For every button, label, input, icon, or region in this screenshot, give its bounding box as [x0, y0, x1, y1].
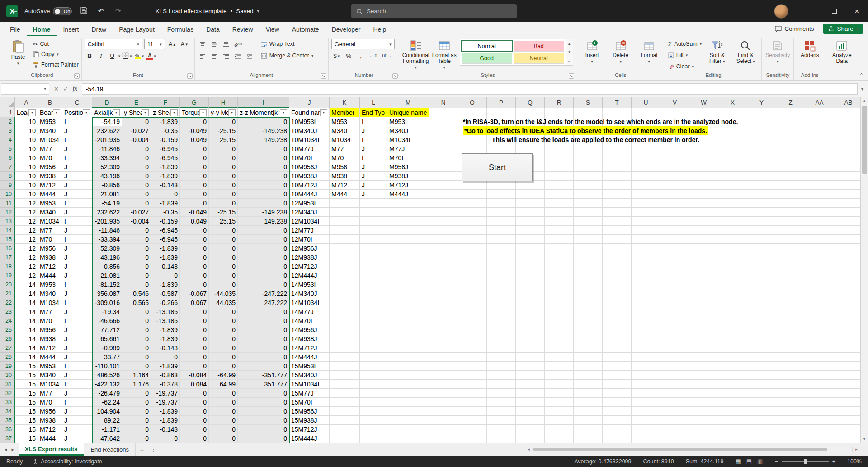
cell-C7[interactable]: J [62, 162, 92, 172]
cell-C37[interactable]: J [62, 434, 92, 443]
cell-AA29[interactable] [805, 362, 834, 371]
cell-J16[interactable]: 12M956J [289, 244, 330, 253]
cell-I11[interactable]: 0 [238, 199, 289, 208]
cell-U27[interactable] [632, 343, 660, 353]
cell-B6[interactable]: M70 [38, 153, 62, 162]
cell-B4[interactable]: M1034 [38, 135, 62, 144]
cell-N30[interactable] [429, 371, 458, 380]
cell-A6[interactable]: 10 [15, 153, 38, 162]
cell-T22[interactable] [603, 298, 632, 307]
cell-Y26[interactable] [747, 334, 776, 343]
cell-AA34[interactable] [805, 407, 834, 416]
cell-A26[interactable]: 14 [15, 334, 38, 343]
cell-J35[interactable]: 15M938J [289, 416, 330, 425]
cell-G19[interactable]: 0 [180, 271, 209, 280]
cell-J9[interactable]: 10M712J [289, 181, 330, 190]
cell-L12[interactable] [360, 208, 387, 217]
cell-X34[interactable] [718, 407, 747, 416]
cell-U26[interactable] [632, 334, 660, 343]
cell-G2[interactable]: 0 [180, 117, 209, 126]
cell-K13[interactable] [330, 217, 360, 226]
cell-E27[interactable]: 0 [122, 343, 151, 353]
cell-F17[interactable]: -1.839 [151, 253, 180, 262]
cell-I19[interactable]: 0 [238, 271, 289, 280]
cell-AB24[interactable] [834, 316, 860, 325]
cell-P5[interactable] [487, 144, 516, 153]
row-header-37[interactable]: 37 [0, 434, 15, 443]
bold-button[interactable]: B [85, 51, 95, 61]
cell-J30[interactable]: 15M340J [289, 371, 330, 380]
cell-H37[interactable]: 0 [209, 434, 238, 443]
cell-J12[interactable]: 12M340J [289, 208, 330, 217]
cell-E14[interactable]: 0 [122, 226, 151, 235]
cell-T21[interactable] [603, 289, 632, 298]
cell-O25[interactable] [458, 325, 487, 334]
cell-Y15[interactable] [747, 235, 776, 244]
cell-U13[interactable] [632, 217, 660, 226]
cell-K25[interactable] [330, 325, 360, 334]
cell-G23[interactable]: 0 [180, 307, 209, 316]
cell-E20[interactable]: 0 [122, 280, 151, 289]
cell-D9[interactable]: -0.856 [92, 181, 122, 190]
cell-Z10[interactable] [776, 190, 805, 199]
cell-I30[interactable]: -351.777 [238, 371, 289, 380]
cell-AB16[interactable] [834, 244, 860, 253]
new-sheet-button[interactable]: + [136, 443, 148, 456]
cell-Y29[interactable] [747, 362, 776, 371]
cell-V1[interactable] [660, 108, 689, 117]
cell-Z17[interactable] [776, 253, 805, 262]
cell-I16[interactable]: 0 [238, 244, 289, 253]
cell-H12[interactable]: -25.15 [209, 208, 238, 217]
format-painter-button[interactable]: Format Painter [33, 60, 79, 70]
cell-R27[interactable] [545, 343, 574, 353]
cell-M35[interactable] [387, 416, 429, 425]
cell-J17[interactable]: 12M938J [289, 253, 330, 262]
cell-Y13[interactable] [747, 217, 776, 226]
cell-A13[interactable]: 12 [15, 217, 38, 226]
zoom-out-icon[interactable]: − [774, 458, 778, 465]
cell-D24[interactable]: -46.666 [92, 316, 122, 325]
vertical-scroll-thumb[interactable] [862, 106, 867, 174]
cell-F34[interactable]: -1.839 [151, 407, 180, 416]
cell-X12[interactable] [718, 208, 747, 217]
cell-N12[interactable] [429, 208, 458, 217]
cell-X29[interactable] [718, 362, 747, 371]
cell-J8[interactable]: 10M938J [289, 172, 330, 181]
cell-H31[interactable]: 64.99 [209, 380, 238, 389]
column-header-S[interactable]: S [574, 97, 603, 108]
cell-N32[interactable] [429, 389, 458, 398]
cell-W28[interactable] [689, 353, 718, 362]
cell-D2[interactable]: -54.19 [92, 117, 122, 126]
cell-U10[interactable] [632, 190, 660, 199]
cell-O9[interactable] [458, 181, 487, 190]
cell-Z26[interactable] [776, 334, 805, 343]
cell-E17[interactable]: 0 [122, 253, 151, 262]
cell-Y32[interactable] [747, 389, 776, 398]
cell-L3[interactable]: J [360, 126, 387, 135]
cell-D23[interactable]: -19.34 [92, 307, 122, 316]
tab-home[interactable]: Home [27, 23, 57, 36]
cell-X22[interactable] [718, 298, 747, 307]
cell-Q31[interactable] [516, 380, 545, 389]
cell-H22[interactable]: 44.035 [209, 298, 238, 307]
cell-Y22[interactable] [747, 298, 776, 307]
cell-T12[interactable] [603, 208, 632, 217]
cell-V5[interactable] [660, 144, 689, 153]
row-header-18[interactable]: 18 [0, 262, 15, 271]
cell-W7[interactable] [689, 162, 718, 172]
cell-R29[interactable] [545, 362, 574, 371]
cell-A3[interactable]: 10 [15, 126, 38, 135]
cell-O31[interactable] [458, 380, 487, 389]
cell-O19[interactable] [458, 271, 487, 280]
cell-Z37[interactable] [776, 434, 805, 443]
cell-A31[interactable]: 15 [15, 380, 38, 389]
select-all-corner[interactable] [0, 97, 15, 108]
cell-B11[interactable]: M953 [38, 199, 62, 208]
cell-AB18[interactable] [834, 262, 860, 271]
cell-C6[interactable]: I [62, 153, 92, 162]
cell-Y3[interactable] [747, 126, 776, 135]
cell-G4[interactable]: 0.049 [180, 135, 209, 144]
cell-T26[interactable] [603, 334, 632, 343]
cell-G14[interactable]: 0 [180, 226, 209, 235]
cell-O35[interactable] [458, 416, 487, 425]
